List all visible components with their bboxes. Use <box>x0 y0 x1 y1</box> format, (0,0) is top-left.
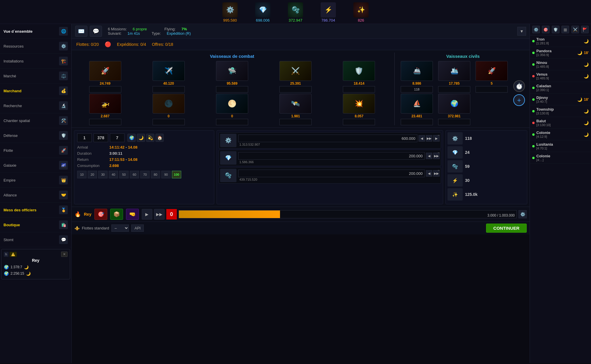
target-prev-2[interactable]: ◀ <box>426 170 432 177</box>
civil-input-3[interactable] <box>401 119 433 125</box>
grid-icon-btn[interactable]: ▦ <box>561 26 569 33</box>
civil-img-4[interactable]: 🌍 <box>438 94 470 114</box>
coord-galaxy[interactable]: 1 <box>77 133 92 142</box>
civil-input-4[interactable] <box>438 119 470 125</box>
sidebar-item-boutique[interactable]: Boutique 🛍️ <box>0 217 71 232</box>
ship-input-3[interactable] <box>279 86 312 93</box>
target-next-0[interactable]: ▶▶ <box>426 135 432 142</box>
planet-type-btn[interactable]: 🌍 <box>127 134 136 142</box>
sidebar-item-ressources[interactable]: Ressources ⚙️ <box>0 39 71 54</box>
target-input-1[interactable] <box>238 152 425 160</box>
target-prev-1[interactable]: ◀ <box>426 153 432 159</box>
sidebar-item-flotte[interactable]: Flotte 🚀 <box>0 143 71 158</box>
special-button[interactable]: 🤜 <box>126 209 139 220</box>
sidebar-item-galaxie[interactable]: Galaxie 🌌 <box>0 158 71 173</box>
planet-pandora[interactable]: Pandora [1:356:9] 🌙 18' <box>530 47 591 59</box>
sidebar-item-mess[interactable]: Mess des officiers 🏅 <box>0 203 71 217</box>
sidebar-item-defense[interactable]: Défense 🛡️ <box>0 128 71 143</box>
speed-80[interactable]: 80 <box>151 171 160 178</box>
speed-90[interactable]: 90 <box>161 171 171 178</box>
sidebar-item-empire[interactable]: Empire 👑 <box>0 173 71 188</box>
planet-colonie-1[interactable]: Colonie [4:12:9] 🌙 <box>530 129 591 140</box>
sidebar-item-chantier[interactable]: Chantier spatial 🛠️ <box>0 113 71 128</box>
sidebar-item-alliance[interactable]: Alliance 🤝 <box>0 188 71 203</box>
nav-fast-button[interactable]: ▶▶ <box>154 209 165 220</box>
target-minus-2[interactable]: − <box>438 168 440 172</box>
gear-settings-button[interactable]: ⚙️ <box>519 210 527 218</box>
timer-button[interactable]: ⏱️ <box>513 80 525 92</box>
speed-50[interactable]: 50 <box>119 171 129 178</box>
planet-lusitania[interactable]: Lusitania [4:70:1] <box>530 140 591 152</box>
flag-icon-btn[interactable]: 🚩 <box>581 26 589 33</box>
speed-30[interactable]: 30 <box>98 171 108 178</box>
speed-60[interactable]: 60 <box>130 171 139 178</box>
settings-icon-btn[interactable]: ⚙️ <box>532 26 540 33</box>
civil-input-1[interactable] <box>438 86 470 93</box>
ship-input-8[interactable] <box>279 119 312 125</box>
planet-venus[interactable]: Venus [1:485:9] 🌙 <box>530 70 591 82</box>
ship-input-4[interactable] <box>343 86 375 93</box>
attack-button[interactable]: 🎯 <box>94 209 107 220</box>
target-icon-btn[interactable]: 🎯 <box>542 26 549 33</box>
ship-img-0[interactable]: 🚀 <box>89 61 121 81</box>
planet-caladan[interactable]: Caladan [2:390:1] <box>530 82 591 94</box>
target-minus-0[interactable]: − <box>438 133 440 137</box>
moon-type-btn[interactable]: 🌙 <box>137 134 145 142</box>
ship-input-1[interactable] <box>153 86 185 93</box>
sword-icon-btn[interactable]: ⚔️ <box>571 26 579 33</box>
civil-input-0[interactable] <box>401 86 433 93</box>
debris-type-btn[interactable]: 💫 <box>146 134 154 142</box>
target-prev-0[interactable]: ◀ <box>419 135 425 142</box>
ship-img-3[interactable]: ⚔️ <box>279 61 312 81</box>
target-input-0[interactable] <box>238 135 417 142</box>
sidebar-item-marchand[interactable]: Marchand 💰 <box>0 83 71 98</box>
ship-img-9[interactable]: 💥 <box>343 94 375 114</box>
ship-img-1[interactable]: ✈️ <box>153 61 185 81</box>
civil-img-2[interactable]: 🚀 <box>476 61 508 81</box>
speed-100[interactable]: 100 <box>172 171 181 178</box>
target-minus-1[interactable]: − <box>438 151 440 155</box>
ship-img-5[interactable]: 🚁 <box>89 94 121 114</box>
nav-prev-button[interactable]: ▶ <box>142 209 152 220</box>
target-input-2[interactable] <box>238 170 425 177</box>
sidebar-item-recherche[interactable]: Recherche 🔬 <box>0 98 71 113</box>
api-button[interactable]: API <box>131 224 144 232</box>
add-button[interactable]: ＋ <box>513 94 525 106</box>
ship-input-0[interactable] <box>89 86 121 93</box>
sidebar-item-vue-ensemble[interactable]: Vue d`ensemble 🌐 <box>0 24 71 39</box>
ship-img-7[interactable]: 🌕 <box>216 94 248 114</box>
speed-40[interactable]: 40 <box>109 171 118 178</box>
ship-input-7[interactable] <box>216 119 248 125</box>
planet-balut[interactable]: Balut [3:130:10] 🌙 <box>530 117 591 129</box>
civil-img-0[interactable]: 🚢 <box>401 61 433 81</box>
chat-button[interactable]: 💬 <box>90 26 102 37</box>
civil-img-1[interactable]: 🛳️ <box>438 61 470 81</box>
ship-input-9[interactable] <box>343 119 375 125</box>
planet-tron[interactable]: Tron [1:281:8] 🌙 <box>530 35 591 47</box>
ship-img-4[interactable]: 🛡️ <box>343 61 375 81</box>
planet-township[interactable]: Township [3:130:8] 🌙 <box>530 105 591 117</box>
transport-button[interactable]: 📦 <box>110 209 123 220</box>
ship-input-2[interactable] <box>216 86 248 93</box>
coord-system[interactable]: 378 <box>94 133 108 142</box>
ship-input-5[interactable] <box>89 119 121 125</box>
sidebar-item-marche[interactable]: Marché ⚖️ <box>0 69 71 83</box>
ship-img-8[interactable]: 🛰️ <box>279 94 312 114</box>
home-type-btn[interactable]: 🏠 <box>155 134 164 142</box>
shield-icon-btn[interactable]: 🛡️ <box>552 26 559 33</box>
planet-ninou[interactable]: Ninou [1:485:8] 🌙 <box>530 59 591 70</box>
player-close-button[interactable]: ✕ <box>61 252 68 257</box>
civil-input-2[interactable] <box>476 86 508 93</box>
continue-button[interactable]: CONTINUER <box>486 224 527 233</box>
speed-70[interactable]: 70 <box>140 171 150 178</box>
sidebar-item-installations[interactable]: Installations 🏗️ <box>0 54 71 69</box>
fleet-std-select[interactable]: – <box>111 224 129 232</box>
ship-img-2[interactable]: 🛸 <box>216 61 248 81</box>
speed-10[interactable]: 10 <box>77 171 87 178</box>
coord-position[interactable]: 7 <box>110 133 125 142</box>
mission-dropdown-button[interactable]: ▼ <box>517 27 526 36</box>
planet-colonie-2[interactable]: Colonie [4:...] <box>530 152 591 164</box>
speed-20[interactable]: 20 <box>88 171 97 178</box>
planet-djinny[interactable]: Djinny [3:40:7] 🌙 18' <box>530 94 591 105</box>
mail-button[interactable]: ✉️ <box>75 26 87 37</box>
